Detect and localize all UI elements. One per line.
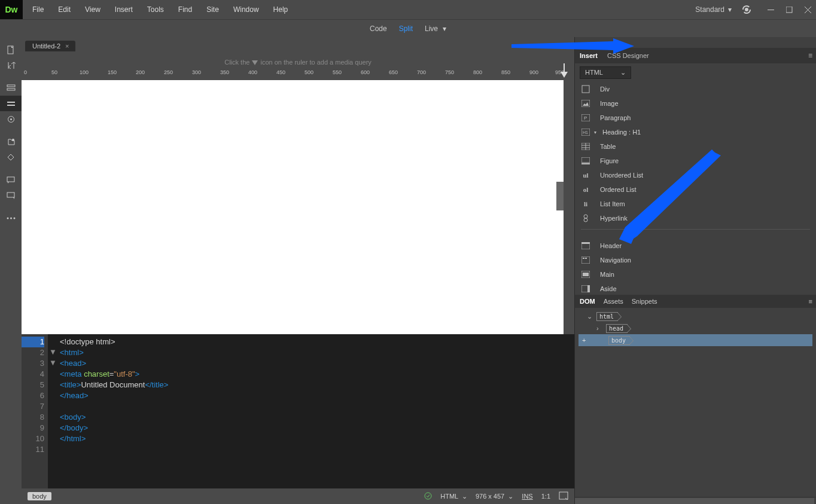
insert-category: HTML⌄ (575, 63, 816, 82)
table-icon (581, 142, 590, 151)
file-manage-icon[interactable] (0, 57, 22, 73)
insert-heading[interactable]: H1▾Heading : H1 (575, 125, 816, 139)
insert-image[interactable]: Image (575, 96, 816, 111)
menu-site[interactable]: Site (199, 0, 226, 19)
dom-icon[interactable] (0, 149, 22, 165)
insert-main[interactable]: Main (575, 267, 816, 282)
menu-window[interactable]: Window (226, 0, 266, 19)
collapse-icon[interactable]: ⌄ (587, 313, 594, 320)
dom-node-html[interactable]: ⌄ html (578, 310, 812, 322)
status-bar: body HTML ⌄ 976 x 457 ⌄ INS 1:1 (22, 488, 574, 504)
svg-point-14 (13, 218, 15, 219)
insert-figure[interactable]: Figure (575, 154, 816, 168)
insert-category-select[interactable]: HTML⌄ (580, 66, 631, 79)
chevron-down-icon: ▾ (728, 5, 732, 14)
tag-breadcrumb[interactable]: body (28, 492, 51, 500)
minimize-button[interactable] (768, 7, 774, 13)
panel-tab-dom[interactable]: DOM (580, 298, 595, 305)
nav-icon (581, 255, 590, 265)
maximize-button[interactable] (786, 7, 793, 13)
main-icon (581, 270, 590, 279)
panel-tab-assets[interactable]: Assets (604, 298, 623, 305)
live-code-icon[interactable] (0, 111, 22, 127)
close-button[interactable] (805, 7, 811, 13)
svg-rect-18 (582, 85, 589, 93)
menu-tools[interactable]: Tools (140, 0, 171, 19)
workspace-selector[interactable]: Standard ▾ (690, 5, 736, 14)
workspace-label: Standard (695, 5, 724, 14)
insert-navigation[interactable]: Navigation (575, 253, 816, 267)
add-mq-icon (251, 60, 258, 66)
insert-header[interactable]: Header (575, 239, 816, 253)
view-code[interactable]: Code (370, 25, 387, 33)
svg-point-12 (7, 218, 8, 219)
panel-menu-icon[interactable]: ≡ (808, 51, 812, 60)
insert-div[interactable]: Div (575, 82, 816, 96)
sync-settings-icon[interactable] (741, 4, 752, 15)
preview-icon[interactable] (559, 491, 568, 501)
menu-file[interactable]: File (25, 0, 51, 19)
file-new-icon[interactable] (0, 42, 22, 57)
top-menubar: Dw File Edit View Insert Tools Find Site… (0, 0, 816, 19)
menu-find[interactable]: Find (171, 0, 199, 19)
menu-help[interactable]: Help (266, 0, 296, 19)
left-toolbar (0, 37, 22, 504)
svg-rect-6 (7, 105, 15, 106)
panel-tab-insert[interactable]: Insert (578, 52, 599, 59)
fold-icon[interactable]: ▼ (49, 347, 57, 356)
media-query-hint: Click the icon on the ruler to add a med… (22, 51, 574, 69)
live-dropdown-icon[interactable]: ▾ (443, 25, 446, 33)
code-editor[interactable]: 1 2 3 4 5 6 7 8 9 10 11 ▼ ▼ <!doctype ht… (22, 334, 574, 488)
comment-icon[interactable] (0, 172, 22, 188)
expand-icon[interactable]: › (596, 325, 604, 332)
cursor-pos: 1:1 (541, 493, 550, 500)
menu-edit[interactable]: Edit (51, 0, 78, 19)
ruler[interactable]: 0 50 100 150 200 250 300 350 400 450 500… (22, 69, 574, 80)
svg-rect-30 (581, 242, 590, 244)
svg-rect-25 (581, 157, 590, 163)
svg-rect-5 (7, 102, 15, 103)
insert-li[interactable]: liList Item (575, 197, 816, 211)
insert-ul[interactable]: ulUnordered List (575, 168, 816, 182)
tab-label: Untitled-2 (32, 42, 60, 50)
more-tools-icon[interactable] (0, 210, 22, 226)
insert-ol[interactable]: olOrdered List (575, 182, 816, 197)
figure-icon (581, 156, 590, 166)
chevron-down-icon: ⌄ (620, 69, 626, 77)
view-split[interactable]: Split (399, 25, 413, 33)
ol-icon: ol (581, 185, 590, 194)
live-canvas[interactable] (22, 80, 564, 334)
format-icon[interactable] (0, 188, 22, 203)
expand-all-icon[interactable] (0, 80, 22, 96)
language-select[interactable]: HTML ⌄ (440, 493, 467, 500)
svg-rect-26 (581, 163, 590, 164)
dom-panel-tabs: DOM Assets Snippets ≡ (575, 295, 816, 308)
related-files-icon[interactable] (0, 134, 22, 149)
panel-scrollbar[interactable] (575, 497, 816, 504)
code-content[interactable]: <!doctype html> <html> <head> <meta char… (48, 334, 168, 488)
add-node-icon[interactable]: + (582, 337, 592, 344)
tab-close-icon[interactable]: × (65, 42, 69, 50)
dom-node-head[interactable]: › head (578, 322, 812, 334)
ruler-marker-icon[interactable] (560, 63, 568, 81)
insert-hyperlink[interactable]: Hyperlink (575, 211, 816, 225)
panel-tab-snippets[interactable]: Snippets (632, 298, 657, 305)
dimensions-select[interactable]: 976 x 457 ⌄ (476, 493, 513, 500)
document-tab[interactable]: Untitled-2 × (25, 41, 75, 51)
svg-rect-33 (585, 258, 587, 259)
dom-node-body[interactable]: + body (578, 334, 812, 346)
svg-point-27 (584, 215, 587, 218)
insert-aside[interactable]: Aside (575, 282, 816, 295)
ins-mode[interactable]: INS (522, 493, 532, 500)
menu-insert[interactable]: Insert (108, 0, 140, 19)
fold-icon[interactable]: ▼ (49, 358, 57, 367)
collapse-icon[interactable] (0, 96, 22, 111)
panel-tab-css-designer[interactable]: CSS Designer (606, 52, 650, 59)
menu-view[interactable]: View (78, 0, 108, 19)
insert-separator (581, 229, 810, 239)
insert-table[interactable]: Table (575, 139, 816, 154)
view-live[interactable]: Live (425, 25, 438, 33)
panel-menu-icon[interactable]: ≡ (809, 298, 812, 305)
canvas-scrollbar[interactable] (556, 182, 564, 210)
insert-paragraph[interactable]: PParagraph (575, 111, 816, 125)
